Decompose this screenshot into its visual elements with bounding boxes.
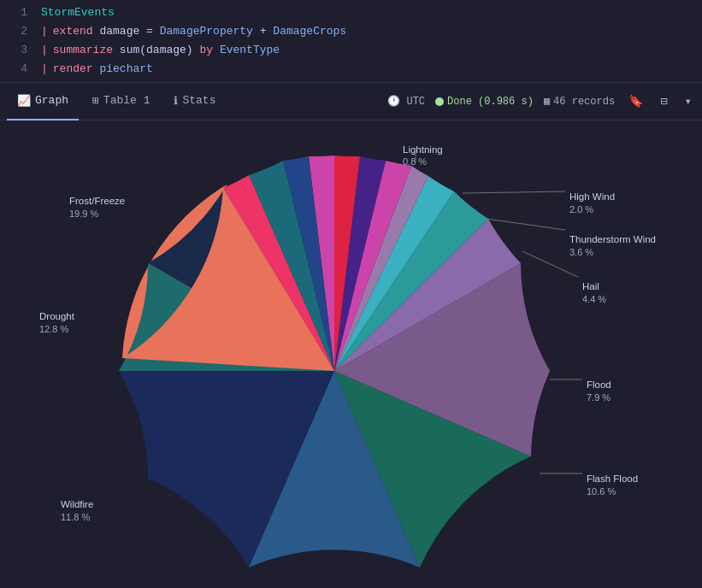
timezone-display: 🕐 UTC: [387, 95, 425, 108]
info-icon: ℹ: [174, 94, 178, 108]
save-button[interactable]: 🔖: [625, 92, 646, 110]
records-count: ▦ 46 records: [544, 95, 615, 108]
code-line-2: 2 | extend damage = DamageProperty + Dam…: [0, 22, 702, 41]
line-number: 1: [7, 4, 27, 21]
code-token: StormEvents: [41, 4, 115, 21]
code-token: =: [146, 23, 153, 40]
code-token: piechart: [99, 61, 152, 78]
tab-table-label: Table 1: [103, 94, 150, 107]
pct-flash-flood: 10.6 %: [587, 486, 616, 497]
pct-lightning: 0.8 %: [403, 156, 427, 167]
code-token: render: [53, 61, 93, 78]
line-number: 4: [7, 61, 27, 78]
code-token: DamageCrops: [273, 23, 346, 40]
tab-stats[interactable]: ℹ Stats: [163, 83, 226, 121]
code-token: summarize: [53, 42, 113, 59]
code-token: EventType: [220, 42, 280, 59]
code-line-3: 3 | summarize sum(damage) by EventType: [0, 41, 702, 60]
label-lightning: Lightning: [403, 144, 443, 155]
tab-graph[interactable]: 📈 Graph: [7, 83, 79, 121]
code-editor[interactable]: 1 StormEvents 2 | extend damage = Damage…: [0, 0, 702, 83]
more-button[interactable]: ▾: [681, 92, 695, 110]
pct-frost-freeze: 19.9 %: [69, 209, 98, 219]
label-high-wind: High Wind: [569, 191, 615, 202]
label-hail: Hail: [582, 281, 599, 291]
pct-high-wind: 2.0 %: [569, 204, 593, 215]
status-dot: [435, 97, 444, 106]
pct-hail: 4.4 %: [582, 294, 606, 304]
table-icon: ⊞: [92, 94, 99, 108]
pct-wildfire: 11.8 %: [61, 512, 90, 522]
status-display: Done (0.986 s): [435, 96, 534, 108]
code-token: by: [199, 42, 213, 59]
line-number: 2: [7, 23, 27, 40]
code-token: sum(damage): [120, 42, 193, 59]
line-number: 3: [7, 42, 27, 59]
code-token: damage: [99, 23, 139, 40]
label-drought: Drought: [39, 311, 75, 321]
code-line-1: 1 StormEvents: [0, 3, 702, 22]
code-token: |: [41, 42, 48, 59]
results-toolbar: 📈 Graph ⊞ Table 1 ℹ Stats 🕐 UTC Done (0.…: [0, 83, 702, 121]
label-line-high-wind: [463, 191, 565, 193]
expand-button[interactable]: ⊟: [657, 92, 670, 110]
code-token: |: [41, 23, 48, 40]
label-flash-flood: Flash Flood: [587, 473, 638, 484]
chart-icon: 📈: [17, 94, 31, 108]
pie-chart-svg: Frost/Freeze 19.9 % Drought 12.8 % Wildf…: [18, 132, 685, 585]
label-wildfire: Wildfire: [61, 499, 93, 509]
chart-container: Frost/Freeze 19.9 % Drought 12.8 % Wildf…: [0, 121, 702, 588]
label-frost-freeze: Frost/Freeze: [69, 196, 125, 206]
records-icon: ▦: [544, 95, 550, 108]
code-token: extend: [53, 23, 93, 40]
pct-drought: 12.8 %: [39, 324, 68, 334]
code-token: |: [41, 61, 48, 78]
pct-flood: 7.9 %: [587, 392, 611, 403]
label-flood: Flood: [587, 379, 611, 390]
code-token: DamageProperty: [160, 23, 253, 40]
code-token: +: [260, 23, 267, 40]
label-thunderstorm-wind: Thunderstorm Wind: [569, 234, 656, 244]
label-line-thunderstorm-wind: [487, 219, 565, 230]
tab-graph-label: Graph: [35, 94, 68, 107]
tab-stats-label: Stats: [182, 94, 215, 107]
code-line-4: 4 | render piechart: [0, 60, 702, 79]
tab-table[interactable]: ⊞ Table 1: [82, 83, 160, 121]
pct-thunderstorm-wind: 3.6 %: [569, 247, 593, 257]
